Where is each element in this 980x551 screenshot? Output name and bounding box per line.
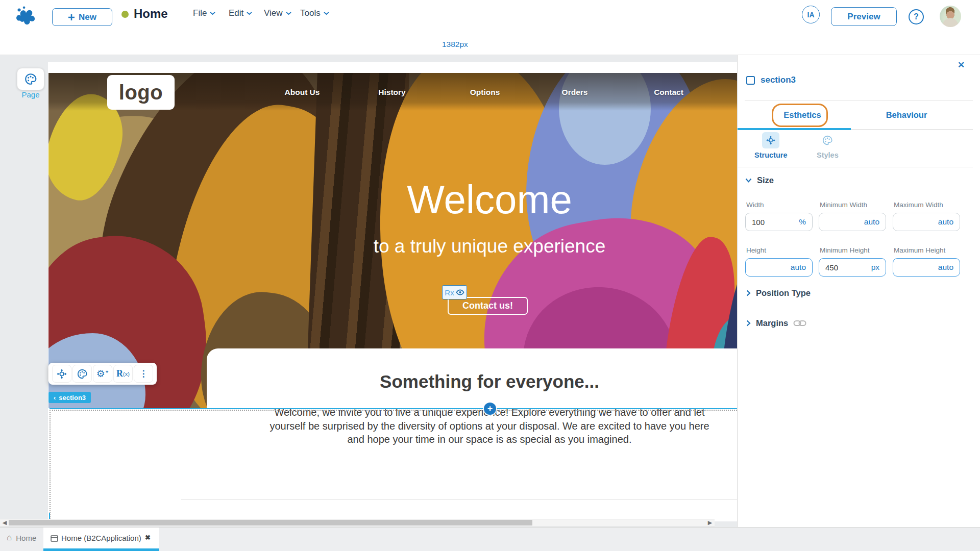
menu-edit[interactable]: Edit [229,8,252,18]
chevron-right-icon [746,320,751,327]
settings-button[interactable]: ⚙✦ [93,365,112,383]
field-label: Minimum Width [820,201,867,209]
subtab-structure[interactable]: Structure [754,132,787,159]
menu-tools-label: Tools [300,8,321,18]
width-unit[interactable]: % [799,217,806,227]
home-breadcrumb[interactable]: ⌂ Home [7,533,36,543]
field-label: Minimum Height [820,246,870,254]
styles-button[interactable] [72,365,92,383]
chevron-down-icon [745,178,752,183]
active-tab-indicator [738,128,851,130]
site-logo[interactable]: logo [107,75,175,110]
rx-badge-label: Rx [445,288,454,297]
subtab-styles[interactable]: Styles [817,132,839,159]
structure-icon [762,132,779,148]
styles-palette-icon [819,132,836,148]
page-palette-button[interactable] [17,68,44,90]
panel-divider [745,100,973,101]
new-button[interactable]: New [52,8,112,26]
open-document-tab-label: Home (B2CApplication) [61,534,141,542]
section-size-header[interactable]: Size [745,176,774,185]
height-input[interactable]: auto [745,258,813,277]
app-logo-icon [13,4,37,26]
eye-icon [456,289,464,296]
nav-contact[interactable]: Contact [654,88,683,97]
palette-icon [77,368,88,380]
panel-close-button[interactable]: ✕ [958,60,965,70]
field-label: Width [746,201,764,209]
tab-close-icon[interactable]: ✖ [145,534,151,541]
preview-button-label: Preview [847,12,880,22]
document-icon [51,535,58,542]
selected-element-name: section3 [59,394,86,402]
help-icon: ? [914,12,919,21]
top-bar: New Home File Edit View Tools IA Preview… [0,0,980,29]
max-height-input[interactable]: auto [893,258,960,277]
max-width-unit[interactable]: auto [938,217,953,227]
more-options-button[interactable]: ⋮ [134,365,153,383]
move-icon [56,368,67,380]
page-palette-label: Page [11,90,50,99]
canvas-width-value: 1382px [442,40,468,49]
annotation-highlight-ring [772,104,828,127]
active-tab-underline [43,548,159,551]
menu-file[interactable]: File [193,8,215,18]
menu-tools[interactable]: Tools [300,8,329,18]
status-dot [121,11,129,18]
gear-sparkle-icon: ⚙✦ [96,368,109,380]
section-margins-label: Margins [756,318,788,328]
section-size-label: Size [757,176,774,185]
width-value: 100 [752,218,765,227]
ia-badge-label: IA [807,11,815,19]
max-height-unit[interactable]: auto [938,263,953,272]
field-label: Height [746,246,766,254]
preview-button[interactable]: Preview [831,7,897,26]
inspector-title: section3 [761,75,796,85]
menu-view[interactable]: View [264,8,291,18]
min-width-input[interactable]: auto [819,213,886,231]
element-boundary-line [181,499,798,500]
subtab-structure-label: Structure [754,151,787,159]
nav-options[interactable]: Options [470,88,500,97]
nav-about-us[interactable]: About Us [285,88,320,97]
chevron-down-icon [286,12,291,15]
home-icon: ⌂ [7,533,12,543]
horizontal-scrollbar-thumb[interactable] [9,520,532,525]
kebab-icon: ⋮ [139,368,148,379]
min-height-value: 450 [825,263,838,272]
min-width-unit[interactable]: auto [864,217,879,227]
help-button[interactable]: ? [909,9,924,24]
ia-badge[interactable]: IA [802,6,820,23]
selected-element-tag[interactable]: ‹ section3 [48,392,91,403]
editor-toolbar [0,29,980,55]
scroll-right-arrow[interactable]: ▶ [706,519,714,526]
chevron-down-icon [210,12,215,15]
section3-top-border [50,410,737,411]
move-button[interactable] [52,365,71,383]
rx-icon-sub: (x) [123,371,130,377]
height-unit[interactable]: auto [791,263,806,272]
tab-behaviour[interactable]: Behaviour [886,110,927,120]
element-checkbox[interactable] [746,76,755,85]
min-height-unit[interactable]: px [871,263,879,272]
chevron-down-icon [324,12,329,15]
chevron-down-icon [247,12,252,15]
section-position-header[interactable]: Position Type [746,288,811,298]
page-top-boundary [50,72,737,73]
min-height-input[interactable]: 450 px [819,258,886,277]
contact-us-button[interactable]: Contact us! [448,297,528,315]
scroll-left-arrow[interactable]: ◀ [1,519,8,526]
section-position-label: Position Type [756,288,811,298]
palette-icon [24,72,37,86]
menu-edit-label: Edit [229,8,243,18]
link-icon [793,320,806,327]
add-element-handle[interactable]: + [484,403,496,415]
nav-history[interactable]: History [378,88,405,97]
width-input[interactable]: 100 % [745,213,813,231]
rx-expression-button[interactable]: R(x) [113,365,133,383]
max-width-input[interactable]: auto [893,213,960,231]
avatar[interactable] [940,6,961,27]
section-margins-header[interactable]: Margins [746,318,806,328]
nav-orders[interactable]: Orders [562,88,588,97]
rx-visibility-badge[interactable]: Rx [442,285,467,299]
